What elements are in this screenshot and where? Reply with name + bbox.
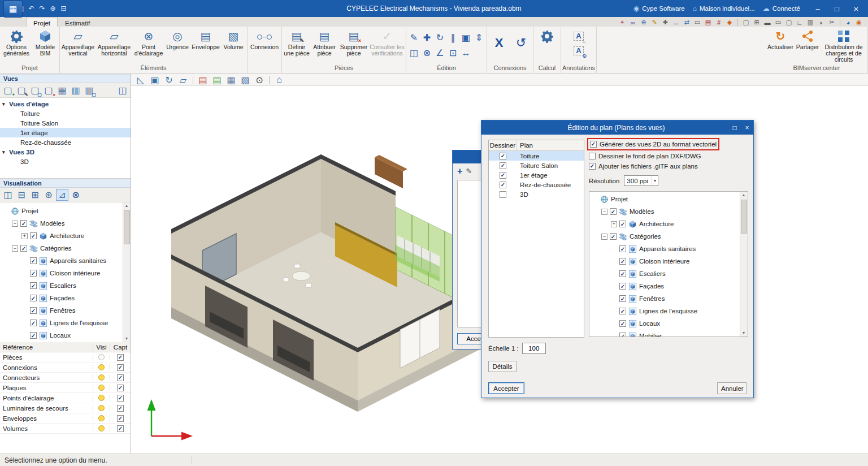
point-d-eclairage-button[interactable]: ⊗Point d'éclairage [133, 28, 164, 63]
expander-icon[interactable]: − [12, 221, 18, 227]
modele-bim-button[interactable]: Modèle BIM [32, 28, 58, 63]
red-overlay-icon[interactable]: ▤ [197, 74, 209, 86]
visibility-bulb-icon[interactable] [98, 395, 105, 401]
checkbox[interactable]: ✓ [30, 257, 37, 264]
lasso-select-icon[interactable]: ↺ [510, 28, 532, 58]
checkbox[interactable]: ✓ [30, 295, 37, 301]
volume-button[interactable]: ▧Volume [221, 28, 246, 63]
set-square-icon[interactable]: ◺ [134, 74, 147, 86]
checkbox[interactable] [500, 191, 506, 198]
edit-plan-icon[interactable]: ✎ [466, 167, 472, 176]
measure-icon[interactable]: ↔ [460, 47, 472, 59]
tree-item-facades[interactable]: ✓Façades [0, 292, 123, 304]
checkbox[interactable]: ✓ [117, 415, 124, 422]
checkbox[interactable]: ✓ [619, 283, 626, 290]
scroll-up-icon[interactable]: ▴ [740, 192, 747, 199]
scroll-down-icon[interactable]: ▾ [740, 330, 747, 336]
locate-icon[interactable]: ⌖ [618, 18, 627, 27]
keyboard-icon[interactable]: ▭ [774, 18, 783, 27]
visibility-bulb-icon[interactable] [98, 374, 105, 381]
plan-row-toiture-salon[interactable]: ✓Toiture Salon [489, 161, 584, 170]
scroll-thumb[interactable] [124, 210, 130, 244]
tree-item-modeles[interactable]: −✓Modèles [589, 205, 740, 218]
monitor-icon[interactable]: ▢ [784, 18, 793, 27]
visibility-bulb-icon[interactable] [98, 354, 105, 360]
checkbox[interactable]: ✓ [500, 162, 506, 169]
close-button[interactable]: × [847, 0, 866, 17]
move-icon[interactable]: ✚ [421, 32, 433, 44]
close-visualisation-icon[interactable]: ⊗ [70, 189, 82, 201]
expander-icon[interactable]: + [21, 233, 28, 239]
connection-status[interactable]: ☁ Connecté [763, 5, 800, 12]
delete-element-icon[interactable]: ⊗ [421, 47, 433, 59]
grid-toggle-icon[interactable]: ⊞ [752, 18, 761, 27]
checkbox[interactable]: ✓ [117, 364, 124, 371]
tree-item-categories[interactable]: −✓Catégories [589, 230, 740, 243]
tree-item-escaliers[interactable]: ✓Escaliers [0, 279, 123, 292]
print-all-views-icon[interactable]: ▥▢ [83, 84, 96, 96]
tree-item-locaux[interactable]: ✓Locaux [0, 329, 123, 342]
tree-item-projet[interactable]: Projet [0, 205, 123, 217]
option-dessiner-le-fond-de-plan-dxf-dwg[interactable]: Dessiner le fond de plan DXF/DWG [589, 151, 752, 161]
edit-pencil-icon[interactable]: ✎ [408, 32, 420, 44]
tree-item-locaux[interactable]: ✓Locaux [589, 317, 740, 330]
tree-item-cloison-interieure[interactable]: ✓Cloison intérieure [589, 255, 740, 267]
checkbox[interactable]: ✓ [30, 332, 37, 339]
checkbox[interactable]: ✓ [30, 307, 37, 314]
scrollbar[interactable]: ▴ ▾ [740, 192, 748, 336]
comment-icon[interactable]: ◗ [817, 18, 826, 27]
tile-grid-icon[interactable]: ⊞ [29, 189, 41, 201]
duplicate-view-icon[interactable]: ▢▢ [29, 84, 41, 96]
window-frame-icon[interactable]: ▢ [741, 18, 750, 27]
previous-view-icon[interactable]: ⇄ [682, 18, 691, 27]
connexion-button[interactable]: Connexion [249, 28, 280, 63]
redo-icon[interactable]: ↷ [37, 4, 47, 14]
checkbox[interactable]: ✓ [117, 395, 124, 402]
options-generales-button[interactable]: Options générales [1, 28, 32, 63]
scrollbar[interactable]: ▴ ▾ [123, 202, 131, 342]
cancel-button[interactable]: Annuler [717, 382, 747, 394]
orbit-3d-icon[interactable]: ⊛ [42, 189, 55, 201]
add-view-icon[interactable]: ▢+ [2, 84, 14, 96]
checkbox[interactable]: ✓ [610, 233, 617, 240]
appareillage-horizontal-button[interactable]: ▱Appareillage horizontal [96, 28, 133, 63]
checkbox[interactable]: ✓ [590, 141, 597, 148]
attribuer-piece-button[interactable]: ▤Attribuer pièce [311, 28, 338, 63]
checkbox[interactable] [589, 153, 596, 159]
actualiser-button[interactable]: ↻Actualiser [767, 28, 794, 63]
maximize-button[interactable]: □ [827, 0, 847, 17]
checkbox[interactable]: ✓ [619, 320, 626, 327]
dialog-maximize-button[interactable]: □ [728, 122, 741, 134]
copy-icon[interactable]: ⊡ [447, 47, 459, 59]
section-plane-icon[interactable]: ⊿ [56, 189, 68, 201]
option-generer-des-vues-2d-au-format-vectoriel[interactable]: ✓Générer des vues 2D au format vectoriel [590, 139, 717, 149]
work-plane-icon[interactable]: ▱ [177, 74, 189, 86]
dwg-template-icon[interactable]: ▤ [704, 18, 713, 27]
expander-icon[interactable]: + [611, 221, 617, 227]
checkbox[interactable]: ✓ [117, 374, 124, 381]
annotation-move-icon[interactable]: A↔ [572, 30, 585, 42]
view-item-vues-d-etage[interactable]: ▾Vues d'étage [0, 99, 131, 109]
plan-row-3d[interactable]: 3D [489, 189, 584, 199]
tree-item-facades[interactable]: ✓Façades [589, 280, 740, 292]
fit-view-icon[interactable]: ↔ [671, 18, 680, 27]
tree-item-fenetres[interactable]: ✓Fenêtres [0, 304, 123, 317]
appareillage-vertical-button[interactable]: ▱Appareillage vertical [61, 28, 95, 63]
checkbox[interactable]: ✓ [30, 320, 37, 326]
visibility-bulb-icon[interactable] [98, 425, 105, 432]
tree-item-lignes-de-l-esquisse[interactable]: ✓Lignes de l'esquisse [0, 317, 123, 329]
expander-icon[interactable]: − [12, 245, 18, 252]
checkbox[interactable]: ✓ [589, 163, 596, 170]
view-item-rez-de-chaussee[interactable]: Rez-de-chaussée [0, 137, 131, 147]
view-item-3d[interactable]: 3D [0, 157, 131, 166]
visibility-bulb-icon[interactable] [98, 405, 105, 411]
checkbox[interactable]: ✓ [117, 405, 124, 412]
definir-une-piece-button[interactable]: ▤✎Définir une pièce [283, 28, 310, 63]
tree-item-cloison-interieure[interactable]: ✓Cloison intérieure [0, 267, 123, 279]
screen-window-icon[interactable]: ▭ [693, 18, 702, 27]
tile-columns-icon[interactable]: ◫ [2, 189, 14, 201]
expander-icon[interactable]: − [601, 234, 607, 240]
tree-item-categories[interactable]: −✓Catégories [0, 242, 123, 254]
details-button[interactable]: Détails [488, 361, 517, 372]
expander-icon[interactable]: − [601, 209, 607, 215]
